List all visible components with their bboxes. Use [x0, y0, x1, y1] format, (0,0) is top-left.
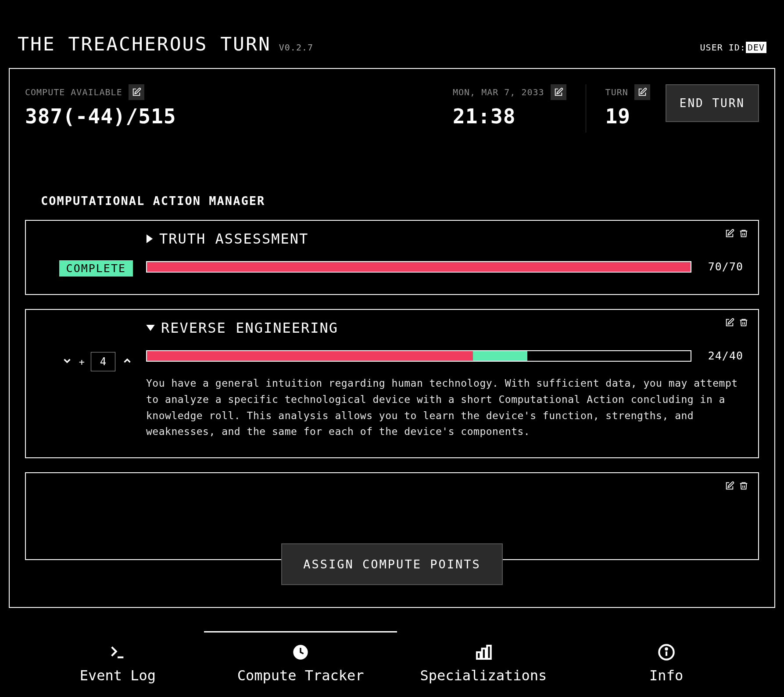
edit-icon [725, 229, 734, 238]
datetime-block: MON, MAR 7, 2033 21:38 [453, 84, 566, 128]
svg-rect-3 [487, 646, 490, 659]
progress-text: 24/40 [704, 349, 743, 362]
action-description: You have a general intuition regarding h… [146, 375, 743, 440]
edit-icon [132, 87, 141, 97]
edit-date-button[interactable] [551, 84, 566, 100]
compute-available-block: COMPUTE AVAILABLE 387(-44)/515 [25, 84, 176, 128]
edit-icon [554, 87, 563, 97]
turn-block: TURN 19 [605, 84, 650, 128]
edit-icon [725, 481, 734, 491]
edit-turn-button[interactable] [634, 84, 650, 100]
nav-compute-tracker[interactable]: Compute Tracker [209, 631, 392, 684]
stats-row: COMPUTE AVAILABLE 387(-44)/515 MON, MAR … [25, 84, 759, 133]
clock-icon [292, 643, 309, 661]
nav-info[interactable]: Info [575, 631, 758, 684]
user-id-badge: DEV [746, 42, 766, 53]
action-title-row[interactable]: REVERSE ENGINEERING [146, 320, 743, 336]
caret-right-icon [146, 234, 153, 243]
assign-compute-button[interactable]: ASSIGN COMPUTE POINTS [281, 543, 502, 585]
action-card-reverse-engineering: + REVERSE ENGINEERING [25, 309, 759, 458]
bar-chart-icon [475, 643, 492, 661]
delete-action-button[interactable] [739, 229, 748, 240]
nav-label: Compute Tracker [237, 667, 364, 684]
edit-icon [725, 318, 734, 327]
divider [586, 84, 586, 133]
actions-list: COMPLETE TRUTH ASSESSMENT 70/70 [25, 220, 759, 592]
status-badge-complete: COMPLETE [59, 260, 133, 277]
delete-action-button[interactable] [739, 481, 748, 492]
progress-bar [146, 350, 691, 362]
progress-fill [147, 351, 473, 361]
plus-sign: + [79, 356, 85, 367]
action-card-truth-assessment: COMPLETE TRUTH ASSESSMENT 70/70 [25, 220, 759, 295]
svg-rect-1 [477, 652, 480, 659]
app-title: THE TREACHEROUS TURN [18, 33, 271, 55]
edit-icon [637, 87, 647, 97]
main-panel: COMPUTE AVAILABLE 387(-44)/515 MON, MAR … [9, 68, 775, 608]
trash-icon [739, 229, 748, 238]
nav-specializations[interactable]: Specializations [392, 631, 575, 684]
delete-action-button[interactable] [739, 318, 748, 329]
trash-icon [739, 481, 748, 491]
action-title-row[interactable]: TRUTH ASSESSMENT [146, 230, 743, 247]
trash-icon [739, 318, 748, 327]
compute-stepper: + [61, 352, 133, 371]
svg-point-6 [666, 648, 667, 650]
progress-fill [147, 262, 691, 272]
chevron-down-icon [61, 355, 73, 366]
terminal-icon [109, 643, 126, 661]
nav-label: Info [649, 667, 683, 684]
compute-available-value: 387(-44)/515 [25, 104, 176, 128]
edit-action-button[interactable] [725, 318, 734, 329]
progress-pending [473, 351, 527, 361]
section-title: COMPUTATIONAL ACTION MANAGER [41, 194, 759, 208]
nav-label: Event Log [80, 667, 156, 684]
app-header: THE TREACHEROUS TURN V0.2.7 USER ID:DEV [0, 0, 784, 68]
app-title-wrap: THE TREACHEROUS TURN V0.2.7 [18, 33, 313, 55]
time-value: 21:38 [453, 104, 566, 128]
date-label: MON, MAR 7, 2033 [453, 87, 544, 97]
chevron-up-icon [122, 355, 133, 366]
user-id-label: USER ID: [700, 42, 746, 53]
caret-down-icon [146, 325, 155, 331]
stepper-increment-button[interactable] [122, 355, 133, 368]
turn-label: TURN [605, 87, 628, 97]
edit-compute-button[interactable] [129, 84, 144, 100]
turn-value: 19 [605, 104, 650, 128]
app-version: V0.2.7 [279, 42, 313, 53]
info-icon [658, 643, 675, 661]
nav-event-log[interactable]: Event Log [26, 631, 209, 684]
svg-rect-2 [482, 649, 486, 659]
edit-action-button[interactable] [725, 481, 734, 492]
end-turn-button[interactable]: END TURN [666, 84, 759, 122]
stepper-decrement-button[interactable] [61, 355, 73, 368]
edit-action-button[interactable] [725, 229, 734, 240]
user-id: USER ID:DEV [700, 42, 766, 53]
bottom-nav: Event Log Compute Tracker Specialization… [0, 618, 784, 697]
progress-bar [146, 261, 691, 273]
compute-available-label: COMPUTE AVAILABLE [25, 87, 122, 97]
progress-text: 70/70 [704, 260, 743, 273]
nav-label: Specializations [420, 667, 547, 684]
action-title: TRUTH ASSESSMENT [159, 230, 308, 247]
action-title: REVERSE ENGINEERING [161, 320, 338, 336]
stepper-input[interactable] [91, 352, 115, 371]
